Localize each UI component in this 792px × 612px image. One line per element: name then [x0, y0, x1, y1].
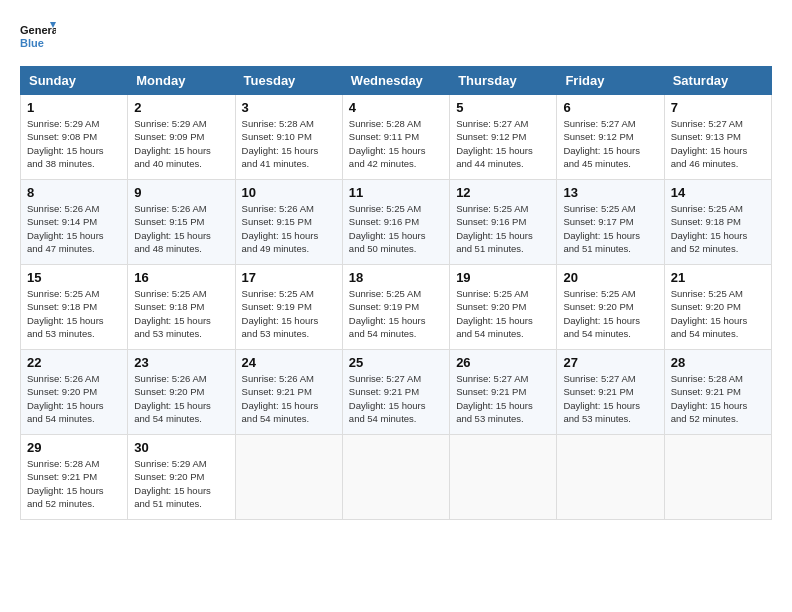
day-info: Sunrise: 5:28 AM Sunset: 9:21 PM Dayligh…	[671, 372, 765, 425]
day-number: 5	[456, 100, 550, 115]
day-cell-18: 18 Sunrise: 5:25 AM Sunset: 9:19 PM Dayl…	[342, 265, 449, 350]
day-cell-29: 29 Sunrise: 5:28 AM Sunset: 9:21 PM Dayl…	[21, 435, 128, 520]
day-info: Sunrise: 5:27 AM Sunset: 9:21 PM Dayligh…	[563, 372, 657, 425]
day-info: Sunrise: 5:25 AM Sunset: 9:19 PM Dayligh…	[349, 287, 443, 340]
day-number: 26	[456, 355, 550, 370]
svg-text:General: General	[20, 24, 56, 36]
day-cell-empty-4-2	[235, 435, 342, 520]
day-cell-5: 5 Sunrise: 5:27 AM Sunset: 9:12 PM Dayli…	[450, 95, 557, 180]
day-number: 28	[671, 355, 765, 370]
day-info: Sunrise: 5:26 AM Sunset: 9:20 PM Dayligh…	[134, 372, 228, 425]
day-cell-11: 11 Sunrise: 5:25 AM Sunset: 9:16 PM Dayl…	[342, 180, 449, 265]
day-number: 30	[134, 440, 228, 455]
day-info: Sunrise: 5:27 AM Sunset: 9:13 PM Dayligh…	[671, 117, 765, 170]
day-info: Sunrise: 5:25 AM Sunset: 9:20 PM Dayligh…	[456, 287, 550, 340]
day-info: Sunrise: 5:25 AM Sunset: 9:16 PM Dayligh…	[456, 202, 550, 255]
header-sunday: Sunday	[21, 67, 128, 95]
day-number: 27	[563, 355, 657, 370]
day-info: Sunrise: 5:29 AM Sunset: 9:20 PM Dayligh…	[134, 457, 228, 510]
day-number: 1	[27, 100, 121, 115]
day-number: 9	[134, 185, 228, 200]
day-info: Sunrise: 5:27 AM Sunset: 9:12 PM Dayligh…	[456, 117, 550, 170]
day-cell-21: 21 Sunrise: 5:25 AM Sunset: 9:20 PM Dayl…	[664, 265, 771, 350]
day-info: Sunrise: 5:29 AM Sunset: 9:08 PM Dayligh…	[27, 117, 121, 170]
day-info: Sunrise: 5:25 AM Sunset: 9:20 PM Dayligh…	[671, 287, 765, 340]
day-info: Sunrise: 5:25 AM Sunset: 9:18 PM Dayligh…	[27, 287, 121, 340]
day-number: 23	[134, 355, 228, 370]
day-info: Sunrise: 5:25 AM Sunset: 9:20 PM Dayligh…	[563, 287, 657, 340]
page-header: General Blue	[20, 20, 772, 56]
day-number: 19	[456, 270, 550, 285]
day-cell-20: 20 Sunrise: 5:25 AM Sunset: 9:20 PM Dayl…	[557, 265, 664, 350]
calendar-week-1: 1 Sunrise: 5:29 AM Sunset: 9:08 PM Dayli…	[21, 95, 772, 180]
day-cell-empty-4-6	[664, 435, 771, 520]
calendar-week-5: 29 Sunrise: 5:28 AM Sunset: 9:21 PM Dayl…	[21, 435, 772, 520]
day-info: Sunrise: 5:26 AM Sunset: 9:21 PM Dayligh…	[242, 372, 336, 425]
day-cell-30: 30 Sunrise: 5:29 AM Sunset: 9:20 PM Dayl…	[128, 435, 235, 520]
day-cell-2: 2 Sunrise: 5:29 AM Sunset: 9:09 PM Dayli…	[128, 95, 235, 180]
day-number: 13	[563, 185, 657, 200]
day-number: 15	[27, 270, 121, 285]
day-number: 10	[242, 185, 336, 200]
header-monday: Monday	[128, 67, 235, 95]
calendar-week-2: 8 Sunrise: 5:26 AM Sunset: 9:14 PM Dayli…	[21, 180, 772, 265]
calendar-week-3: 15 Sunrise: 5:25 AM Sunset: 9:18 PM Dayl…	[21, 265, 772, 350]
day-number: 25	[349, 355, 443, 370]
day-cell-8: 8 Sunrise: 5:26 AM Sunset: 9:14 PM Dayli…	[21, 180, 128, 265]
day-cell-13: 13 Sunrise: 5:25 AM Sunset: 9:17 PM Dayl…	[557, 180, 664, 265]
day-number: 20	[563, 270, 657, 285]
day-info: Sunrise: 5:25 AM Sunset: 9:18 PM Dayligh…	[671, 202, 765, 255]
day-number: 11	[349, 185, 443, 200]
day-info: Sunrise: 5:28 AM Sunset: 9:11 PM Dayligh…	[349, 117, 443, 170]
day-info: Sunrise: 5:26 AM Sunset: 9:20 PM Dayligh…	[27, 372, 121, 425]
day-cell-27: 27 Sunrise: 5:27 AM Sunset: 9:21 PM Dayl…	[557, 350, 664, 435]
day-info: Sunrise: 5:26 AM Sunset: 9:15 PM Dayligh…	[134, 202, 228, 255]
day-info: Sunrise: 5:27 AM Sunset: 9:21 PM Dayligh…	[349, 372, 443, 425]
day-info: Sunrise: 5:27 AM Sunset: 9:12 PM Dayligh…	[563, 117, 657, 170]
day-cell-28: 28 Sunrise: 5:28 AM Sunset: 9:21 PM Dayl…	[664, 350, 771, 435]
svg-text:Blue: Blue	[20, 37, 44, 49]
logo-bird-icon: General Blue	[20, 20, 56, 56]
day-cell-3: 3 Sunrise: 5:28 AM Sunset: 9:10 PM Dayli…	[235, 95, 342, 180]
day-number: 6	[563, 100, 657, 115]
day-info: Sunrise: 5:26 AM Sunset: 9:15 PM Dayligh…	[242, 202, 336, 255]
day-info: Sunrise: 5:28 AM Sunset: 9:21 PM Dayligh…	[27, 457, 121, 510]
header-friday: Friday	[557, 67, 664, 95]
day-number: 7	[671, 100, 765, 115]
day-info: Sunrise: 5:28 AM Sunset: 9:10 PM Dayligh…	[242, 117, 336, 170]
day-number: 4	[349, 100, 443, 115]
day-cell-23: 23 Sunrise: 5:26 AM Sunset: 9:20 PM Dayl…	[128, 350, 235, 435]
day-cell-19: 19 Sunrise: 5:25 AM Sunset: 9:20 PM Dayl…	[450, 265, 557, 350]
day-cell-12: 12 Sunrise: 5:25 AM Sunset: 9:16 PM Dayl…	[450, 180, 557, 265]
day-cell-17: 17 Sunrise: 5:25 AM Sunset: 9:19 PM Dayl…	[235, 265, 342, 350]
day-cell-empty-4-3	[342, 435, 449, 520]
logo: General Blue	[20, 20, 56, 56]
day-cell-10: 10 Sunrise: 5:26 AM Sunset: 9:15 PM Dayl…	[235, 180, 342, 265]
day-cell-empty-4-4	[450, 435, 557, 520]
day-number: 18	[349, 270, 443, 285]
day-info: Sunrise: 5:29 AM Sunset: 9:09 PM Dayligh…	[134, 117, 228, 170]
day-cell-25: 25 Sunrise: 5:27 AM Sunset: 9:21 PM Dayl…	[342, 350, 449, 435]
header-thursday: Thursday	[450, 67, 557, 95]
day-cell-14: 14 Sunrise: 5:25 AM Sunset: 9:18 PM Dayl…	[664, 180, 771, 265]
day-cell-empty-4-5	[557, 435, 664, 520]
day-info: Sunrise: 5:25 AM Sunset: 9:19 PM Dayligh…	[242, 287, 336, 340]
day-cell-24: 24 Sunrise: 5:26 AM Sunset: 9:21 PM Dayl…	[235, 350, 342, 435]
logo-container: General Blue	[20, 20, 56, 56]
day-info: Sunrise: 5:25 AM Sunset: 9:17 PM Dayligh…	[563, 202, 657, 255]
day-cell-4: 4 Sunrise: 5:28 AM Sunset: 9:11 PM Dayli…	[342, 95, 449, 180]
day-cell-6: 6 Sunrise: 5:27 AM Sunset: 9:12 PM Dayli…	[557, 95, 664, 180]
day-cell-16: 16 Sunrise: 5:25 AM Sunset: 9:18 PM Dayl…	[128, 265, 235, 350]
day-number: 21	[671, 270, 765, 285]
day-info: Sunrise: 5:26 AM Sunset: 9:14 PM Dayligh…	[27, 202, 121, 255]
calendar-table: SundayMondayTuesdayWednesdayThursdayFrid…	[20, 66, 772, 520]
day-cell-22: 22 Sunrise: 5:26 AM Sunset: 9:20 PM Dayl…	[21, 350, 128, 435]
header-tuesday: Tuesday	[235, 67, 342, 95]
day-number: 29	[27, 440, 121, 455]
day-number: 22	[27, 355, 121, 370]
day-number: 8	[27, 185, 121, 200]
day-number: 16	[134, 270, 228, 285]
day-cell-1: 1 Sunrise: 5:29 AM Sunset: 9:08 PM Dayli…	[21, 95, 128, 180]
day-info: Sunrise: 5:27 AM Sunset: 9:21 PM Dayligh…	[456, 372, 550, 425]
day-number: 3	[242, 100, 336, 115]
